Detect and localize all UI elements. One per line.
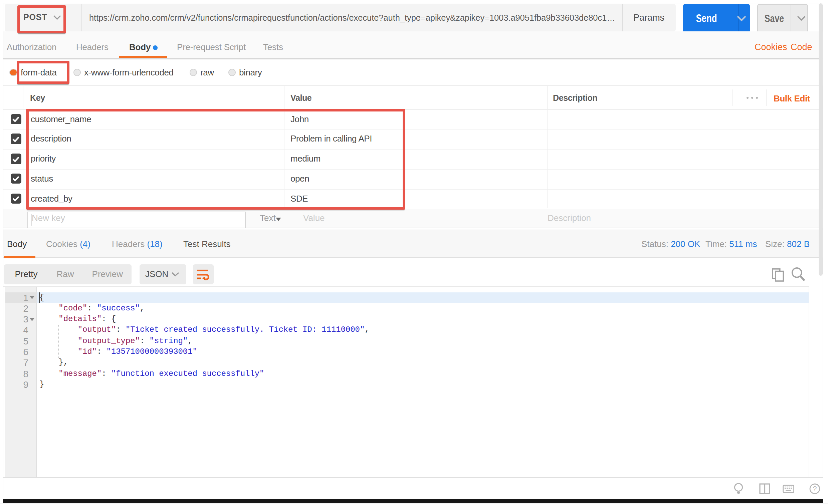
svg-text:?: ? xyxy=(812,484,816,493)
